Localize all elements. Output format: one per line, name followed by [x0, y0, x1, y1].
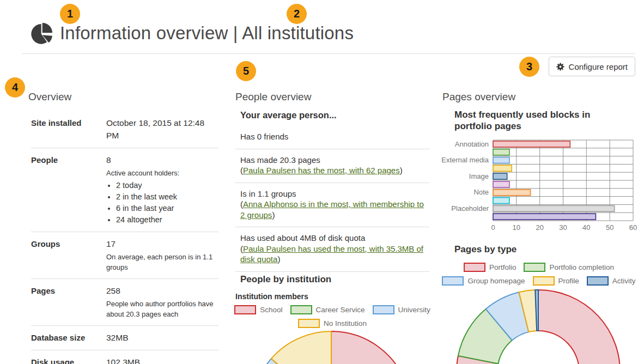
stat-row: Is in 1.1 groups (Anna Alphonso is in th…	[235, 183, 429, 228]
pie-slice-school	[331, 331, 411, 364]
most-groups-link[interactable]: Anna Alphonso is in the most, with membe…	[240, 199, 424, 220]
legend-label: Career Service	[316, 306, 365, 314]
legend-label: Group homepage	[467, 277, 525, 285]
row-value: 8	[106, 154, 218, 166]
legend-swatch	[373, 305, 394, 314]
active-holders-list: 2 today 2 in the last week 6 in the last…	[116, 180, 218, 226]
legend-label: Profile	[558, 277, 579, 285]
paren: )	[272, 210, 275, 220]
legend-swatch	[587, 276, 609, 286]
legend-row: Group homepageProfileActivity	[442, 276, 635, 286]
pages-by-type-donut-chart	[436, 288, 641, 364]
legend-row: PortfolioPortfolio completion	[442, 263, 635, 272]
callout-badge-5: 5	[236, 61, 256, 81]
people-by-institution-heading: People by institution	[240, 274, 331, 285]
row-label: People	[31, 154, 106, 226]
stat-text: Has made 20.3 pages	[240, 155, 429, 166]
legend-swatch	[290, 305, 312, 314]
configure-report-button[interactable]: Configure report	[549, 57, 635, 76]
legend-label: Portfolio	[489, 263, 517, 271]
legend-swatch	[464, 263, 485, 272]
people-overview-heading: People overview	[235, 91, 311, 103]
axis-label: Note	[474, 188, 489, 196]
configure-report-label: Configure report	[569, 62, 628, 71]
legend-label: University	[398, 306, 430, 314]
header-divider	[22, 53, 635, 54]
average-person-panel: Your average person... Has 0 friends Has…	[235, 108, 429, 272]
pages-overview-heading: Pages overview	[442, 91, 515, 103]
legend-swatch	[442, 276, 464, 286]
blocks-chart-title: Most frequently used blocks in portfolio…	[454, 109, 624, 132]
svg-text:50: 50	[606, 223, 613, 232]
legend-item: Profile	[533, 276, 579, 286]
legend-item: Activity	[587, 276, 636, 286]
paren: )	[277, 254, 280, 264]
legend-item: Group homepage	[442, 276, 525, 286]
pages-by-type-legend: PortfolioPortfolio completionGroup homep…	[442, 263, 635, 290]
table-row: Site installed October 18, 2015 at 12:48…	[31, 108, 218, 148]
legend-swatch	[533, 276, 555, 286]
table-row: Pages 258 People who author portfolios h…	[31, 278, 218, 325]
pie-slice-no-institution	[271, 331, 331, 364]
svg-text:60: 60	[629, 223, 637, 232]
row-label: Database size	[31, 331, 106, 344]
blocks-bar-chart: 0102030405060AnnotationExternal mediaIma…	[441, 137, 641, 235]
row-note: Active account holders:	[106, 168, 218, 178]
list-item: 2 today	[116, 180, 218, 191]
axis-label: External media	[441, 156, 489, 164]
row-note: People who author portfolios have about …	[106, 299, 218, 319]
row-label: Pages	[31, 284, 106, 319]
legend-item: Portfolio	[464, 263, 517, 272]
most-pages-link[interactable]: Paula Paulsen has the most, with 62 page…	[243, 166, 400, 175]
row-value: 17	[106, 238, 218, 250]
svg-text:0: 0	[491, 223, 495, 232]
callout-badge-2: 2	[287, 4, 307, 24]
page-title: Information overview | All institutions	[60, 23, 354, 44]
table-row: Groups 17 On average, each person is in …	[31, 232, 218, 278]
table-row: People 8 Active account holders: 2 today…	[31, 148, 218, 232]
row-value: October 18, 2015 at 12:48 PM	[106, 117, 218, 142]
table-row: Database size 32MB	[31, 325, 218, 350]
overview-heading: Overview	[28, 91, 71, 103]
stat-row: Has 0 friends	[235, 126, 429, 149]
callout-badge-3: 3	[519, 57, 539, 77]
paren: )	[400, 166, 403, 175]
row-label: Site installed	[31, 117, 106, 142]
stat-text: Has 0 friends	[240, 132, 288, 141]
gear-icon	[556, 63, 564, 71]
list-item: 2 in the last week	[116, 191, 218, 203]
callout-badge-4: 4	[5, 77, 25, 98]
legend-row: SchoolCareer ServiceUniversity	[235, 305, 429, 314]
row-label: Disk usage	[31, 356, 106, 364]
svg-text:10: 10	[513, 223, 520, 232]
page-header: Information overview | All institutions	[31, 22, 354, 45]
stat-text: Has used about 4MB of disk quota	[240, 233, 429, 244]
row-value: 258	[106, 284, 218, 297]
legend-label: No Institution	[324, 319, 367, 327]
row-value: 32MB	[106, 331, 218, 344]
average-person-heading: Your average person...	[240, 110, 429, 120]
axis-label: Placeholder	[451, 204, 489, 213]
list-item: 6 in the last year	[116, 203, 218, 214]
axis-label: Image	[469, 172, 489, 180]
pages-by-type-heading: Pages by type	[454, 244, 517, 255]
legend-item: Portfolio completion	[524, 263, 614, 272]
legend-label: Activity	[612, 277, 636, 285]
stat-text: Is in 1.1 groups	[240, 189, 429, 199]
overview-table: Site installed October 18, 2015 at 12:48…	[31, 108, 218, 364]
svg-text:20: 20	[536, 223, 543, 232]
stat-row: Has made 20.3 pages (Paula Paulsen has t…	[235, 149, 429, 183]
legend-item: University	[373, 305, 430, 314]
row-note: On average, each person is in 1.1 groups	[106, 252, 218, 272]
most-quota-link[interactable]: Paula Paulsen has used the most, with 35…	[240, 244, 423, 264]
callout-badge-1: 1	[60, 4, 80, 24]
table-row: Disk usage 102.3MB	[31, 350, 218, 364]
row-label: Groups	[31, 238, 106, 272]
institution-members-pie-chart	[229, 327, 435, 364]
legend-label: School	[260, 306, 282, 314]
svg-text:30: 30	[559, 223, 567, 232]
pie-chart-icon	[31, 22, 53, 45]
legend-swatch	[234, 305, 256, 314]
legend-item: School	[234, 305, 282, 314]
institution-members-chart-title: Institution members	[235, 292, 308, 301]
